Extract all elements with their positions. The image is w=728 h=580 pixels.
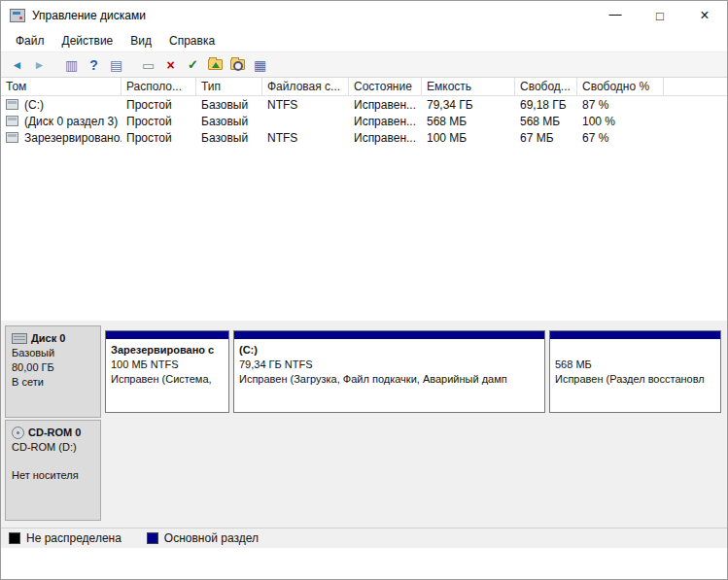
partition-name: Зарезервировано с xyxy=(111,343,224,358)
column-header-free-pct[interactable]: Свободно % xyxy=(577,78,664,95)
bottom-strip xyxy=(1,548,727,579)
column-header-filler xyxy=(664,78,727,95)
forward-button[interactable]: ► xyxy=(29,55,50,75)
partition-status: Исправен (Раздел восстановл xyxy=(555,372,715,387)
cdrom-0-title: CD-ROM 0 xyxy=(12,426,94,440)
disk-0-row: Диск 0 Базовый 80,00 ГБ В сети Зарезерви… xyxy=(5,325,723,418)
checkmark-icon: ✓ xyxy=(188,57,198,72)
delete-icon: × xyxy=(166,57,174,73)
title-bar: Управление дисками — □ × xyxy=(1,1,727,30)
partition-details: (C:) 79,34 ГБ NTFS Исправен (Загрузка, Ф… xyxy=(234,339,544,387)
disk-0-info-panel[interactable]: Диск 0 Базовый 80,00 ГБ В сети xyxy=(5,325,101,418)
column-header-type[interactable]: Тип xyxy=(196,78,262,95)
partition-details: 568 МБ Исправен (Раздел восстановл xyxy=(550,339,720,387)
layout-cell: Простой xyxy=(121,131,196,145)
free-cell: 67 МБ xyxy=(515,131,577,145)
maximize-icon: □ xyxy=(656,9,664,23)
cd-icon xyxy=(12,426,24,439)
partition-status: Исправен (Загрузка, Файл подкачки, Авари… xyxy=(239,372,539,387)
back-button[interactable]: ◄ xyxy=(7,55,27,75)
volume-name: (Диск 0 раздел 3) xyxy=(24,115,118,128)
partition-c[interactable]: (C:) 79,34 ГБ NTFS Исправен (Загрузка, Ф… xyxy=(233,330,545,413)
type-cell: Базовый xyxy=(196,98,262,112)
column-header-status[interactable]: Состояние xyxy=(349,78,422,95)
partition-size: 79,34 ГБ NTFS xyxy=(239,358,539,372)
volume-name: Зарезервировано... xyxy=(24,131,121,145)
cdrom-0-name: CD-ROM 0 xyxy=(28,426,81,440)
close-button[interactable]: × xyxy=(682,1,727,30)
partition-recovery[interactable]: 568 МБ Исправен (Раздел восстановл xyxy=(549,330,721,413)
free-pct-cell: 100 % xyxy=(577,115,664,128)
action-pane-button[interactable]: ▭ xyxy=(138,55,158,75)
type-cell: Базовый xyxy=(196,131,262,145)
console-tree-icon: ▥ xyxy=(65,57,78,73)
help-button[interactable]: ? xyxy=(84,55,104,75)
table-row[interactable]: (C:) Простой Базовый NTFS Исправен... 79… xyxy=(1,96,727,113)
column-header-free[interactable]: Свобод... xyxy=(515,78,577,95)
column-header-volume[interactable]: Том xyxy=(1,78,121,95)
volume-name-cell: Зарезервировано... xyxy=(1,131,121,145)
explore-button[interactable] xyxy=(227,55,248,75)
window-controls: — □ × xyxy=(593,1,727,30)
action-pane-icon: ▭ xyxy=(142,57,155,73)
partition-details: Зарезервировано с 100 МБ NTFS Исправен (… xyxy=(106,339,228,387)
free-cell: 568 МБ xyxy=(515,115,577,128)
console-tree-button[interactable]: ▥ xyxy=(61,55,82,75)
disk-0-type: Базовый xyxy=(12,346,94,360)
export-list-button[interactable]: ▤ xyxy=(106,55,126,75)
status-cell: Исправен... xyxy=(349,131,422,145)
menu-help[interactable]: Справка xyxy=(160,32,224,50)
maximize-button[interactable]: □ xyxy=(638,1,682,30)
view-options-button[interactable]: ▦ xyxy=(250,55,270,75)
view-grid-icon: ▦ xyxy=(254,57,266,73)
volume-list-header: Том Располо... Тип Файловая с... Состоян… xyxy=(1,78,727,96)
delete-volume-button[interactable]: × xyxy=(160,55,181,75)
menu-bar: Файл Действие Вид Справка xyxy=(1,30,727,51)
menu-view[interactable]: Вид xyxy=(121,32,160,50)
filesystem-cell: NTFS xyxy=(262,131,349,145)
minimize-button[interactable]: — xyxy=(593,1,638,30)
disk-0-title: Диск 0 xyxy=(12,331,94,346)
disk-management-window: Управление дисками — □ × Файл Действие В… xyxy=(0,0,728,580)
type-cell: Базовый xyxy=(196,115,262,128)
capacity-cell: 568 МБ xyxy=(422,115,515,128)
help-icon: ? xyxy=(89,57,98,73)
window-title: Управление дисками xyxy=(32,9,146,22)
partition-name xyxy=(555,343,715,358)
filesystem-cell: NTFS xyxy=(262,98,349,112)
menu-file[interactable]: Файл xyxy=(7,32,53,50)
free-cell: 69,18 ГБ xyxy=(515,98,577,112)
volume-name-cell: (Диск 0 раздел 3) xyxy=(1,115,121,128)
mark-active-button[interactable]: ✓ xyxy=(183,55,203,75)
partition-size: 100 МБ NTFS xyxy=(111,358,224,372)
partition-name: (C:) xyxy=(239,343,539,358)
legend-label: Основной раздел xyxy=(164,531,259,545)
disk-0-status: В сети xyxy=(12,375,94,390)
cdrom-0-status: Нет носителя xyxy=(12,468,94,483)
column-header-capacity[interactable]: Емкость xyxy=(422,78,515,95)
volume-icon xyxy=(6,99,18,110)
partition-status: Исправен (Система, xyxy=(111,372,224,387)
column-header-filesystem[interactable]: Файловая с... xyxy=(262,78,349,95)
volume-name: (C:) xyxy=(24,98,44,112)
partition-color-strip xyxy=(550,331,720,339)
menu-action[interactable]: Действие xyxy=(53,32,122,50)
legend-bar: Не распределена Основной раздел xyxy=(1,528,727,548)
volume-icon xyxy=(6,116,18,126)
column-header-layout[interactable]: Располо... xyxy=(121,78,196,95)
cdrom-0-row: CD-ROM 0 CD-ROM (D:) Нет носителя xyxy=(5,420,723,521)
primary-partition-swatch xyxy=(147,532,158,544)
volume-name-cell: (C:) xyxy=(1,98,121,112)
hdd-icon xyxy=(12,333,27,344)
table-row[interactable]: (Диск 0 раздел 3) Простой Базовый Исправ… xyxy=(1,113,727,129)
cdrom-0-info-panel[interactable]: CD-ROM 0 CD-ROM (D:) Нет носителя xyxy=(5,420,101,521)
partition-system-reserved[interactable]: Зарезервировано с 100 МБ NTFS Исправен (… xyxy=(105,330,229,413)
open-button[interactable] xyxy=(205,55,225,75)
toolbar: ◄ ► ▥ ? ▤ ▭ × ✓ ▦ xyxy=(1,51,727,78)
table-row[interactable]: Зарезервировано... Простой Базовый NTFS … xyxy=(1,129,727,146)
cdrom-0-drive-letter: CD-ROM (D:) xyxy=(12,440,94,455)
app-icon xyxy=(10,9,25,22)
export-list-icon: ▤ xyxy=(110,57,122,73)
disk-0-partitions: Зарезервировано с 100 МБ NTFS Исправен (… xyxy=(101,325,723,418)
legend-item-unallocated: Не распределена xyxy=(9,531,121,545)
